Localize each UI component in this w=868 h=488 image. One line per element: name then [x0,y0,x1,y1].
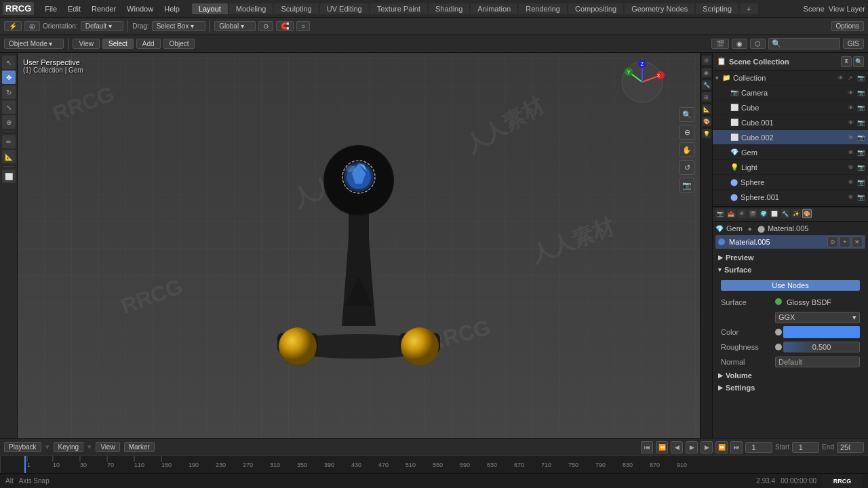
drag-dropdown[interactable]: Select Box ▾ [152,21,206,31]
camera-vis-eye[interactable]: 👁 [846,89,855,96]
global-dropdown[interactable]: Global ▾ [214,21,256,31]
tab-animation[interactable]: Animation [471,3,517,14]
prop-tab-world[interactable]: 🌍 [759,209,768,218]
search-input[interactable] [783,40,837,47]
vis-cursor[interactable]: ↗ [846,75,855,81]
add-btn[interactable]: Add [136,39,161,49]
item-cube002[interactable]: ⬜ Cube.002 👁 📷 [713,130,868,145]
gis-btn[interactable]: GIS [843,39,864,49]
orbit-btn[interactable]: ↺ [679,160,694,175]
marker-btn[interactable]: Marker [124,442,155,452]
item-cube001[interactable]: ⬜ Cube.001 👁 📷 [713,115,868,130]
timeline-view-btn[interactable]: View [96,442,120,452]
tab-modeling[interactable]: Modeling [229,3,273,14]
menu-edit[interactable]: Edit [62,3,86,14]
color-picker-btn[interactable] [783,326,860,338]
prop-tab-view[interactable]: 👁 [737,209,747,218]
outliner-filter-btn[interactable]: ⧗ [841,56,852,67]
start-frame-input[interactable]: 1 [792,442,819,453]
camera-vis-render[interactable]: 📷 [856,89,865,96]
item-sphere[interactable]: ⬤ Sphere 👁 📷 [713,175,868,190]
tab-compositing[interactable]: Compositing [568,3,623,14]
prop-tab-render[interactable]: 📷 [715,209,725,218]
tool-rotate[interactable]: ↻ [2,85,16,99]
keying-btn[interactable]: Keying [54,442,84,452]
vis-eye[interactable]: 👁 [835,75,845,81]
sphere-vis-eye[interactable]: 👁 [846,179,855,186]
proportional-edit[interactable]: ◎ [24,21,40,31]
material-slot[interactable]: Material.005 ⊙ + ✕ [715,235,865,249]
view-btn[interactable]: View [73,39,100,49]
cube001-vis-render[interactable]: 📷 [856,119,865,126]
snapping-btn[interactable]: 🧲 [276,21,294,31]
item-gem[interactable]: 💎 Gem 👁 📷 [713,145,868,160]
prop-tab-modifier[interactable]: 🔧 [781,209,790,218]
distribution-value[interactable]: GGX ▾ [775,312,860,323]
preview-section[interactable]: ▶ Preview [715,251,865,264]
menu-help[interactable]: Help [159,3,185,14]
tool-move[interactable]: ✥ [2,70,16,84]
cube002-vis-eye[interactable]: 👁 [846,134,855,141]
proportional-btn[interactable]: ○ [296,21,310,31]
mat-btn-new[interactable]: + [840,237,850,247]
next-keyframe-btn[interactable]: ▶ [701,441,713,453]
camera-view-btn[interactable]: 📷 [679,178,694,192]
snap-toggle[interactable]: ⚡ [4,21,22,31]
current-frame-input[interactable]: 1 [745,442,772,453]
tab-scripting[interactable]: Scripting [696,3,738,14]
orientation-dropdown[interactable]: Default ▾ [81,21,123,31]
item-cube[interactable]: ⬜ Cube 👁 📷 [713,100,868,115]
tool-annotate[interactable]: ✏ [2,135,16,148]
item-camera[interactable]: 📷 Camera 👁 📷 [713,85,868,100]
roughness-input[interactable]: 0.500 [783,342,860,352]
jump-start-btn[interactable]: ⏮ [641,441,653,453]
tool-cube-add[interactable]: ⬜ [2,169,16,183]
mode-dropdown[interactable]: Object Mode ▾ [4,39,64,49]
pivot-btn[interactable]: ⊙ [258,21,273,31]
settings-section[interactable]: ▶ Settings [715,382,865,394]
light-vis-eye[interactable]: 👁 [846,164,855,171]
use-nodes-btn[interactable]: Use Nodes [721,280,860,291]
rs-icon-2[interactable]: ◉ [702,68,711,77]
select-btn[interactable]: Select [102,39,134,49]
tab-geometry-nodes[interactable]: Geometry Nodes [625,3,694,14]
prop-tab-scene[interactable]: 🎬 [748,209,757,218]
rs-icon-7[interactable]: 💡 [702,129,711,138]
tool-transform[interactable]: ⊕ [2,115,16,129]
collection-root[interactable]: ▾ 📁 Collection 👁 ↗ 📷 [713,70,868,85]
menu-file[interactable]: File [39,3,62,14]
outliner-search-btn[interactable]: 🔍 [853,56,864,67]
mat-btn-browse[interactable]: ⊙ [827,237,838,247]
tab-sculpting[interactable]: Sculpting [274,3,318,14]
prev-frame-btn[interactable]: ⏪ [656,441,668,453]
normal-dropdown[interactable]: Default [775,357,860,367]
prop-tab-object[interactable]: ⬜ [770,209,779,218]
object-btn[interactable]: Object [163,39,195,49]
zoom-in-btn[interactable]: 🔍 [679,107,694,122]
volume-section[interactable]: ▶ Volume [715,369,865,382]
nav-gizmo[interactable]: X Y Z [618,58,666,106]
cube-vis-render[interactable]: 📷 [856,104,865,111]
viewport[interactable]: RRCG 人人素材 RRCG RRCG 人人素材 人人素材 [18,53,700,438]
playback-btn[interactable]: Playback [4,442,41,452]
mat-btn-del[interactable]: ✕ [852,237,863,247]
menu-window[interactable]: Window [121,3,159,14]
prev-keyframe-btn[interactable]: ◀ [671,441,683,453]
tool-scale[interactable]: ⤡ [2,100,16,114]
sphere001-vis-eye[interactable]: 👁 [846,194,855,201]
next-frame-btn[interactable]: ⏩ [715,441,728,453]
zoom-out-btn[interactable]: ⊖ [679,125,694,140]
rs-icon-6[interactable]: 🎨 [702,117,711,126]
item-light[interactable]: 💡 Light 👁 📷 [713,160,868,175]
sphere-vis-render[interactable]: 📷 [856,179,865,186]
item-sphere001[interactable]: ⬤ Sphere.001 👁 📷 [713,190,868,205]
tab-layout[interactable]: Layout [192,3,228,14]
gem-vis-eye[interactable]: 👁 [846,149,855,156]
search-box[interactable]: 🔍 [768,38,840,49]
tool-measure[interactable]: 📐 [2,150,16,163]
menu-render[interactable]: Render [86,3,121,14]
light-vis-render[interactable]: 📷 [856,164,865,171]
viewport-gizmo[interactable]: X Y Z [618,58,666,107]
rs-icon-1[interactable]: ⚙ [702,56,711,65]
cube001-vis-eye[interactable]: 👁 [846,119,855,126]
